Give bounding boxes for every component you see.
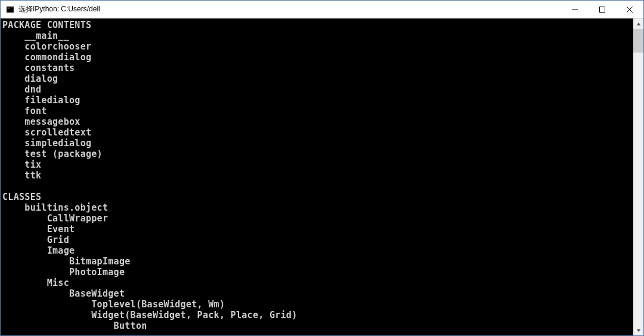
- terminal-line: PhotoImage: [2, 267, 633, 278]
- titlebar-controls: [561, 1, 643, 18]
- terminal-line: constants: [2, 63, 633, 73]
- terminal-line: messagebox: [2, 116, 633, 127]
- app-icon: [5, 5, 15, 14]
- titlebar[interactable]: 选择IPython: C:Users/dell: [1, 1, 643, 19]
- scroll-down-button[interactable]: [633, 325, 643, 335]
- terminal-line: PACKAGE CONTENTS: [2, 20, 633, 30]
- terminal-line: Event: [2, 224, 633, 235]
- minimize-button[interactable]: [561, 1, 589, 18]
- svg-rect-4: [600, 7, 605, 12]
- terminal-line: dialog: [2, 73, 633, 84]
- window: 选择IPython: C:Users/dell PACKAGE CONTENTS…: [0, 0, 644, 336]
- scroll-track[interactable]: [633, 29, 643, 325]
- terminal-line: tix: [2, 159, 633, 170]
- content-wrap: PACKAGE CONTENTS __main__ colorchooser c…: [1, 19, 643, 335]
- svg-rect-2: [8, 8, 10, 8]
- terminal-line: colorchooser: [2, 41, 633, 52]
- terminal-line: dnd: [2, 84, 633, 95]
- terminal-line: test (package): [2, 149, 633, 159]
- terminal-line: BaseWidget: [2, 288, 633, 299]
- maximize-button[interactable]: [589, 1, 616, 18]
- terminal-line: filedialog: [2, 95, 633, 106]
- terminal-line: __main__: [2, 30, 633, 41]
- terminal-line: Toplevel(BaseWidget, Wm): [2, 299, 633, 310]
- window-title: 选择IPython: C:Users/dell: [18, 4, 561, 14]
- terminal-line: Button: [2, 320, 633, 331]
- terminal-line: CLASSES: [2, 192, 633, 202]
- vertical-scrollbar[interactable]: [633, 19, 643, 335]
- terminal-line: Misc: [2, 278, 633, 288]
- terminal-line: Widget(BaseWidget, Pack, Place, Grid): [2, 310, 633, 320]
- scroll-thumb[interactable]: [633, 29, 643, 53]
- terminal-line: simpledialog: [2, 138, 633, 149]
- terminal-output[interactable]: PACKAGE CONTENTS __main__ colorchooser c…: [1, 19, 633, 335]
- scroll-up-button[interactable]: [633, 19, 643, 29]
- terminal-line: BitmapImage: [2, 256, 633, 267]
- close-button[interactable]: [616, 1, 643, 18]
- terminal-line: [2, 181, 633, 192]
- terminal-line: scrolledtext: [2, 127, 633, 138]
- terminal-line: ttk: [2, 170, 633, 181]
- terminal-line: CallWrapper: [2, 213, 633, 224]
- terminal-line: Grid: [2, 235, 633, 245]
- terminal-line: Image: [2, 245, 633, 256]
- terminal-line: commondialog: [2, 52, 633, 63]
- terminal-line: builtins.object: [2, 202, 633, 213]
- terminal-line: font: [2, 106, 633, 116]
